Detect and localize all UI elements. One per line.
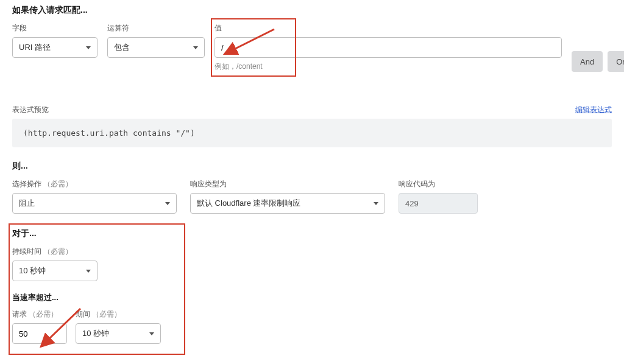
rate-heading: 当速率超过... (12, 292, 612, 303)
response-code-label: 响应代码为 (399, 179, 478, 189)
period-label: 期间 （必需） (76, 309, 161, 320)
chevron-down-icon (86, 270, 91, 273)
and-button[interactable]: And (572, 51, 603, 72)
operator-select[interactable]: 包含 (107, 37, 205, 58)
value-hint: 例如，/content (214, 61, 562, 72)
chevron-down-icon (165, 202, 170, 205)
response-type-select[interactable]: 默认 Cloudflare 速率限制响应 (190, 193, 385, 214)
response-code-input (399, 193, 478, 214)
expression-preview-box: (http.request.uri.path contains "/") (12, 119, 612, 147)
duration-select-value: 10 秒钟 (19, 265, 46, 276)
edit-expression-link[interactable]: 编辑表达式 (575, 105, 612, 115)
response-type-label: 响应类型为 (190, 179, 385, 189)
response-type-select-value: 默认 Cloudflare 速率限制响应 (197, 198, 300, 209)
action-select-value: 阻止 (19, 198, 35, 209)
operator-label: 运算符 (107, 23, 205, 33)
action-select[interactable]: 阻止 (12, 193, 177, 214)
field-select-value: URI 路径 (19, 42, 51, 53)
chevron-down-icon (86, 46, 91, 49)
value-input[interactable] (214, 37, 562, 58)
operator-select-value: 包含 (114, 42, 130, 53)
expression-preview-label: 表达式预览 (12, 105, 49, 115)
requests-label: 请求 （必需） (12, 309, 67, 320)
chevron-down-icon (193, 46, 198, 49)
value-label: 值 (214, 23, 562, 33)
requests-input[interactable] (12, 323, 67, 344)
duration-label: 持续时间 （必需） (12, 247, 110, 257)
duration-select[interactable]: 10 秒钟 (12, 261, 98, 281)
or-button[interactable]: Or (608, 51, 624, 72)
period-select-value: 10 秒钟 (82, 328, 109, 339)
period-select[interactable]: 10 秒钟 (76, 323, 161, 344)
duration-heading: 对于... (12, 228, 612, 239)
field-label: 字段 (12, 23, 98, 33)
chevron-down-icon (374, 202, 378, 205)
then-heading: 则... (12, 161, 612, 172)
field-select[interactable]: URI 路径 (12, 37, 98, 58)
action-label: 选择操作 （必需） (12, 179, 177, 189)
chevron-down-icon (149, 332, 154, 335)
match-heading: 如果传入请求匹配... (12, 5, 612, 16)
